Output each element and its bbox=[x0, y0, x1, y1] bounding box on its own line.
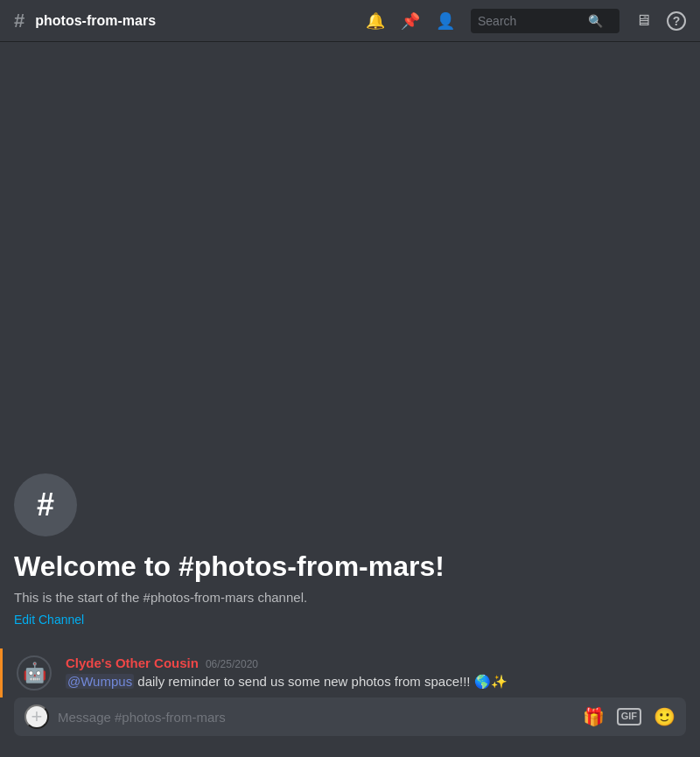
header-icons: 🔔 📌 👤 🔍 🖥 ? bbox=[366, 9, 686, 33]
message-body: Clyde's Other Cousin 06/25/2020 @Wumpus … bbox=[66, 655, 686, 690]
header-hash-icon: # bbox=[14, 11, 24, 31]
header: # photos-from-mars 🔔 📌 👤 🔍 🖥 ? bbox=[0, 0, 700, 42]
channel-welcome: # Welcome to #photos-from-mars! This is … bbox=[0, 459, 700, 648]
avatar: 🤖 bbox=[17, 655, 52, 690]
avatar-emoji: 🤖 bbox=[23, 662, 46, 684]
add-attachment-button[interactable]: + bbox=[24, 704, 49, 729]
message-text: daily reminder to send us some new photo… bbox=[134, 674, 508, 689]
pin-icon[interactable]: 📌 bbox=[401, 11, 420, 31]
channel-name: photos-from-mars bbox=[35, 13, 156, 29]
input-area: + 🎁 GIF 🙂 bbox=[0, 697, 700, 757]
emoji-icon[interactable]: 🙂 bbox=[654, 706, 676, 727]
message-group: 🤖 Clyde's Other Cousin 06/25/2020 @Wumpu… bbox=[0, 648, 700, 697]
inbox-icon[interactable]: 🖥 bbox=[635, 11, 651, 30]
gif-button[interactable]: GIF bbox=[617, 708, 641, 725]
search-icon: 🔍 bbox=[588, 14, 603, 28]
members-icon[interactable]: 👤 bbox=[436, 11, 455, 31]
message-input-wrapper: + 🎁 GIF 🙂 bbox=[14, 697, 686, 736]
search-bar[interactable]: 🔍 bbox=[471, 9, 620, 33]
content-area: # Welcome to #photos-from-mars! This is … bbox=[0, 42, 700, 757]
message-timestamp: 06/25/2020 bbox=[206, 658, 258, 670]
message-header: Clyde's Other Cousin 06/25/2020 bbox=[66, 655, 686, 670]
help-icon[interactable]: ? bbox=[667, 11, 686, 31]
welcome-title: Welcome to #photos-from-mars! bbox=[14, 550, 686, 583]
search-input[interactable] bbox=[478, 14, 583, 28]
message-input[interactable] bbox=[58, 710, 574, 725]
channel-icon-circle: # bbox=[14, 473, 77, 536]
welcome-description: This is the start of the #photos-from-ma… bbox=[14, 590, 686, 605]
messages-area: # Welcome to #photos-from-mars! This is … bbox=[0, 42, 700, 697]
mention[interactable]: @Wumpus bbox=[66, 674, 134, 689]
edit-channel-link[interactable]: Edit Channel bbox=[14, 613, 84, 627]
input-icons: 🎁 GIF 🙂 bbox=[583, 706, 676, 727]
channel-welcome-hash: # bbox=[37, 487, 54, 523]
message-content: @Wumpus daily reminder to send us some n… bbox=[66, 672, 686, 690]
bell-icon[interactable]: 🔔 bbox=[366, 11, 385, 31]
gift-icon[interactable]: 🎁 bbox=[583, 706, 605, 727]
message-author: Clyde's Other Cousin bbox=[66, 655, 199, 670]
